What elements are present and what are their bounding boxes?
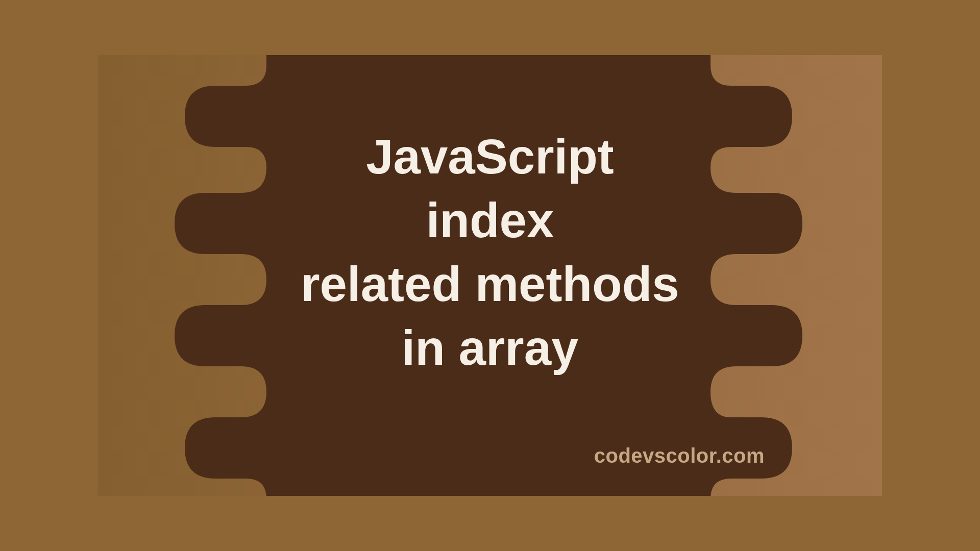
banner-card: JavaScript index related methods in arra… [98, 55, 882, 496]
watermark-text: codevscolor.com [594, 444, 765, 467]
banner-title: JavaScript index related methods in arra… [301, 125, 679, 380]
content-area: JavaScript index related methods in arra… [98, 55, 882, 496]
